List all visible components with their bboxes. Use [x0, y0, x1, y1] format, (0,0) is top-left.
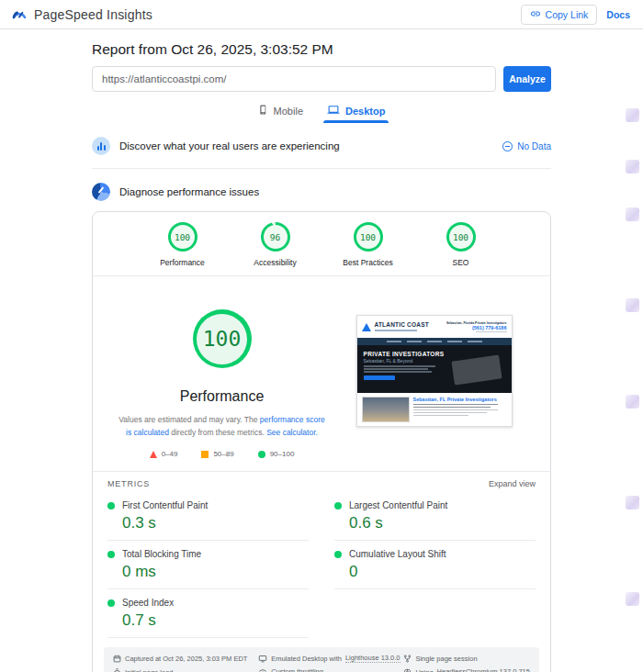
legend-pass-range: 90–100 — [270, 450, 295, 458]
env-captured: Captured at Oct 26, 2025, 3:03 PM EDT — [113, 654, 258, 663]
fcp-pass-dot — [107, 502, 115, 510]
metric-fcp: First Contentful Paint 0.3 s — [107, 492, 309, 541]
performance-score-label: Performance — [160, 258, 205, 267]
lab-data-section-header[interactable]: Diagnose performance issues — [92, 181, 551, 203]
score-performance[interactable]: 100 Performance — [152, 222, 213, 267]
field-data-section-header[interactable]: Discover what your real users are experi… — [92, 135, 551, 157]
score-disclaimer: Values are estimated and may vary. The p… — [117, 414, 328, 439]
seo-score-label: SEO — [453, 258, 469, 267]
fcp-value: 0.3 s — [122, 514, 309, 532]
metrics-header: METRICS Expand view — [93, 471, 550, 490]
tab-mobile[interactable]: Mobile — [258, 104, 303, 123]
chromium-version[interactable]: HeadlessChromium 137.0.7151.119 with lr — [437, 667, 530, 672]
tab-mobile-label: Mobile — [274, 106, 303, 117]
tab-desktop[interactable]: Desktop — [327, 104, 385, 123]
see-calculator-link[interactable]: See calculator. — [266, 428, 318, 437]
watermark-badge — [626, 592, 639, 606]
fcp-label: First Contentful Paint — [122, 500, 208, 510]
metric-lcp: Largest Contentful Paint 0.6 s — [334, 492, 536, 541]
score-seo[interactable]: 100 SEO — [431, 222, 491, 267]
cls-value: 0 — [349, 563, 536, 581]
calendar-icon — [113, 655, 121, 663]
lcp-label: Largest Contentful Paint — [349, 500, 447, 510]
top-bar: PageSpeed Insights Copy Link Docs — [0, 0, 643, 29]
no-data-icon — [502, 141, 513, 151]
copy-link-button[interactable]: Copy Link — [521, 5, 598, 25]
report-title: Report from Oct 26, 2025, 3:03:52 PM — [92, 41, 551, 58]
stopwatch-icon — [113, 668, 121, 672]
score-best-practices[interactable]: 100 Best Practices — [338, 222, 399, 267]
preview-hero: PRIVATE INVESTIGATORS Sebastian, FL & Be… — [357, 345, 512, 393]
disclaimer-text-1: Values are estimated and may vary. The — [118, 415, 260, 424]
screenshot-column: ATLANTIC COAST Sebastian, Florida Privat… — [334, 297, 534, 458]
legend-fail-range: 0–49 — [162, 450, 178, 458]
tab-desktop-label: Desktop — [345, 106, 385, 117]
category-scores-row: 100 Performance 96 Accessibility 100 Bes… — [104, 212, 539, 275]
monitor-icon — [258, 655, 267, 663]
section-divider — [92, 168, 551, 169]
si-pass-dot — [107, 599, 115, 607]
environment-box: Captured at Oct 26, 2025, 3:03 PM EDT Em… — [104, 647, 539, 672]
lab-data-title: Diagnose performance issues — [119, 186, 259, 197]
gauge-title: Performance — [180, 388, 265, 405]
url-input[interactable] — [92, 66, 496, 92]
metric-tbt: Total Blocking Time 0 ms — [107, 541, 309, 589]
diagnose-icon — [92, 183, 110, 201]
preview-brand: ATLANTIC COAST — [375, 322, 429, 331]
watermark-badge — [626, 207, 639, 221]
preview-hero-title: PRIVATE INVESTIGATORS — [364, 351, 445, 357]
preview-body: Sebastian, FL Private Investigators — [357, 393, 512, 427]
fork-icon — [403, 655, 412, 663]
real-users-icon — [92, 137, 110, 155]
legend-fail: 0–49 — [150, 450, 178, 458]
performance-score-value: 100 — [171, 225, 195, 249]
app-title: PageSpeed Insights — [34, 7, 152, 22]
env-chromium: Using HeadlessChromium 137.0.7151.119 wi… — [403, 667, 530, 672]
legend-average: 50–89 — [201, 450, 233, 458]
preview-photo — [362, 397, 410, 422]
preview-section-title: Sebastian, FL Private Investigators — [413, 397, 498, 402]
env-throttling: Custom throttling — [258, 667, 403, 672]
app-logo[interactable]: PageSpeed Insights — [11, 6, 152, 23]
lighthouse-version[interactable]: Lighthouse 13.0.0 — [345, 654, 400, 663]
cls-label: Cumulative Layout Shift — [349, 549, 446, 559]
disclaimer-text-2: directly from these metrics. — [169, 428, 266, 437]
preview-contact: Sebastian, Florida Private Investigators… — [446, 321, 507, 333]
si-value: 0.7 s — [122, 611, 309, 630]
preview-phone: (561) 779-6186 — [446, 325, 507, 330]
analyze-button[interactable]: Analyze — [503, 66, 551, 92]
tbt-pass-dot — [107, 551, 115, 558]
preview-header: ATLANTIC COAST Sebastian, Florida Privat… — [357, 316, 512, 338]
performance-score-ring: 100 — [168, 222, 197, 252]
lcp-pass-dot — [334, 502, 342, 510]
fail-triangle-icon — [150, 451, 157, 458]
best-practices-score-label: Best Practices — [343, 258, 392, 267]
performance-gauge-value: 100 — [197, 314, 247, 364]
pagespeed-gauge-icon — [11, 6, 28, 23]
tbt-label: Total Blocking Time — [122, 549, 201, 559]
score-accessibility[interactable]: 96 Accessibility — [245, 222, 306, 267]
metric-empty-cell — [334, 589, 536, 638]
final-screenshot-thumbnail[interactable]: ATLANTIC COAST Sebastian, Florida Privat… — [356, 315, 513, 427]
throttling-icon — [258, 668, 267, 672]
seo-score-value: 100 — [449, 225, 473, 249]
expand-view-button[interactable]: Expand view — [489, 479, 536, 488]
preview-hero-subtitle: Sebastian, FL & Beyond — [364, 358, 445, 364]
average-square-icon — [201, 451, 209, 458]
performance-gauge-section: 100 Performance Values are estimated and… — [104, 276, 539, 467]
copy-link-label: Copy Link — [546, 9, 589, 20]
watermark-badge — [626, 395, 639, 409]
tbt-value: 0 ms — [122, 563, 309, 581]
metric-speed-index: Speed Index 0.7 s — [107, 589, 309, 638]
chromium-icon — [403, 668, 412, 672]
throttling-term[interactable]: Custom throttling — [271, 667, 323, 672]
docs-button[interactable]: Docs — [606, 9, 630, 20]
preview-hero-button — [364, 375, 395, 380]
url-row: Analyze — [92, 66, 551, 92]
env-page-load: Initial page load — [113, 667, 258, 672]
performance-gauge[interactable]: 100 — [193, 309, 252, 368]
legend-average-range: 50–89 — [213, 450, 233, 458]
preview-navbar — [357, 338, 512, 345]
preview-logo-icon — [362, 323, 371, 331]
si-label: Speed Index — [122, 598, 174, 608]
